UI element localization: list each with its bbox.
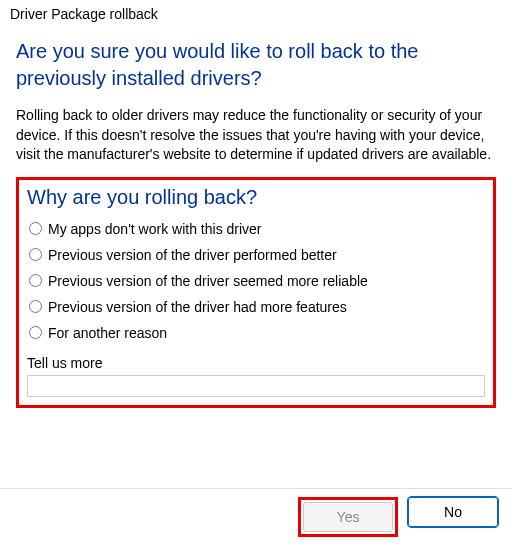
window-title: Driver Package rollback — [0, 0, 512, 26]
radio-label: Previous version of the driver had more … — [48, 299, 347, 315]
radio-input[interactable] — [29, 274, 42, 287]
radio-input[interactable] — [29, 222, 42, 235]
radio-input[interactable] — [29, 326, 42, 339]
radio-option[interactable]: For another reason — [29, 325, 485, 341]
dialog-window: Driver Package rollback Are you sure you… — [0, 0, 512, 547]
radio-label: Previous version of the driver seemed mo… — [48, 273, 368, 289]
reason-panel: Why are you rolling back? My apps don't … — [16, 177, 496, 408]
radio-label: My apps don't work with this driver — [48, 221, 262, 237]
radio-option[interactable]: Previous version of the driver seemed mo… — [29, 273, 485, 289]
radio-input[interactable] — [29, 248, 42, 261]
yes-highlight: Yes — [298, 497, 398, 537]
radio-option[interactable]: Previous version of the driver had more … — [29, 299, 485, 315]
radio-label: For another reason — [48, 325, 167, 341]
radio-option[interactable]: Previous version of the driver performed… — [29, 247, 485, 263]
dialog-content: Are you sure you would like to roll back… — [0, 26, 512, 482]
reason-heading: Why are you rolling back? — [27, 186, 485, 209]
yes-button[interactable]: Yes — [303, 502, 393, 532]
radio-input[interactable] — [29, 300, 42, 313]
radio-option[interactable]: My apps don't work with this driver — [29, 221, 485, 237]
radio-label: Previous version of the driver performed… — [48, 247, 337, 263]
no-button[interactable]: No — [408, 497, 498, 527]
reason-radio-group: My apps don't work with this driver Prev… — [27, 221, 485, 341]
tellus-input[interactable] — [27, 375, 485, 397]
tellus-label: Tell us more — [27, 355, 485, 371]
dialog-footer: Yes No — [0, 488, 512, 547]
warning-text: Rolling back to older drivers may reduce… — [16, 106, 496, 165]
main-heading: Are you sure you would like to roll back… — [16, 38, 496, 92]
